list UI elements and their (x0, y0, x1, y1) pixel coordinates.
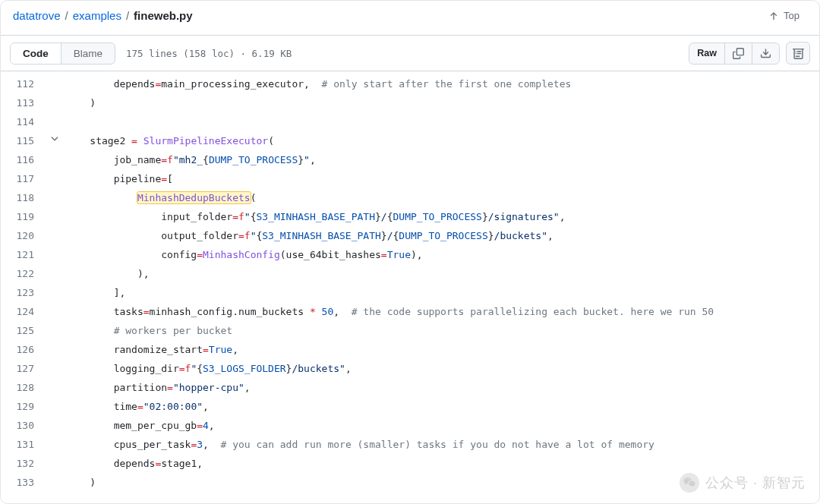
view-tabs: Code Blame (10, 43, 115, 65)
copy-icon (733, 48, 744, 59)
symbols-button[interactable] (786, 42, 810, 65)
code-line[interactable]: 116 job_name=f"mh2_{DUMP_TO_PROCESS}", (1, 150, 819, 169)
code-line[interactable]: 114 (1, 112, 819, 131)
breadcrumb-sep: / (126, 9, 129, 22)
code-line[interactable]: 113 ) (1, 93, 819, 112)
code-line[interactable]: 127 logging_dir=f"{S3_LOGS_FOLDER}/bucke… (1, 359, 819, 378)
code-content: config=MinhashConfig(use_64bit_hashes=Tr… (62, 245, 423, 263)
line-number[interactable]: 124 (1, 302, 48, 320)
arrow-up-icon (768, 11, 779, 21)
code-content: depends=stage1, (62, 454, 203, 471)
code-content: pipeline=[ (62, 169, 173, 187)
code-line[interactable]: 129 time="02:00:00", (1, 397, 819, 416)
code-line[interactable]: 133 ) (1, 473, 819, 492)
code-line[interactable]: 130 mem_per_cpu_gb=4, (1, 416, 819, 435)
breadcrumb-bar: datatrove / examples / fineweb.py Top (1, 1, 819, 35)
gutter-spacer (48, 93, 62, 96)
gutter-spacer (48, 207, 62, 209)
code-line[interactable]: 112 depends=main_processing_executor, # … (1, 74, 819, 93)
line-number[interactable]: 113 (1, 93, 48, 111)
code-content (62, 112, 66, 114)
code-content: mem_per_cpu_gb=4, (62, 416, 215, 433)
gutter-spacer (48, 454, 62, 456)
line-number[interactable]: 128 (1, 378, 48, 395)
code-content: ), (62, 264, 150, 282)
line-number[interactable]: 123 (1, 283, 48, 301)
breadcrumb-mid[interactable]: examples (73, 9, 121, 22)
tab-code[interactable]: Code (11, 43, 62, 64)
gutter-spacer (48, 302, 62, 304)
code-line[interactable]: 122 ), (1, 264, 819, 283)
file-info: 175 lines (158 loc) · 6.19 KB (126, 48, 292, 59)
code-content: partition="hopper-cpu", (62, 378, 251, 395)
code-line[interactable]: 115 stage2 = SlurmPipelineExecutor( (1, 131, 819, 150)
fold-chevron-icon[interactable] (48, 131, 62, 144)
gutter-spacer (48, 473, 62, 475)
breadcrumb-file: fineweb.py (134, 9, 193, 22)
gutter-spacer (48, 188, 62, 191)
line-number[interactable]: 122 (1, 264, 48, 282)
gutter-spacer (48, 150, 62, 153)
line-number[interactable]: 114 (1, 112, 48, 130)
code-line[interactable]: 117 pipeline=[ (1, 169, 819, 188)
code-content: randomize_start=True, (62, 340, 238, 358)
code-line[interactable]: 125 # workers per bucket (1, 321, 819, 340)
code-line[interactable]: 131 cpus_per_task=3, # you can add run m… (1, 435, 819, 454)
line-number[interactable]: 117 (1, 169, 48, 187)
code-line[interactable]: 132 depends=stage1, (1, 454, 819, 473)
code-line[interactable]: 124 tasks=minhash_config.num_buckets * 5… (1, 302, 819, 321)
gutter-spacer (48, 283, 62, 285)
code-line[interactable]: 128 partition="hopper-cpu", (1, 378, 819, 397)
line-number[interactable]: 119 (1, 207, 48, 225)
breadcrumb-root[interactable]: datatrove (13, 9, 61, 22)
code-content: ) (62, 473, 96, 490)
line-number[interactable]: 133 (1, 473, 48, 490)
code-content: stage2 = SlurmPipelineExecutor( (62, 131, 274, 149)
breadcrumb: datatrove / examples / fineweb.py (13, 9, 193, 22)
gutter-spacer (48, 169, 62, 172)
gutter-spacer (48, 245, 62, 247)
code-line[interactable]: 120 output_folder=f"{S3_MINHASH_BASE_PAT… (1, 226, 819, 245)
scroll-top-label: Top (784, 10, 800, 21)
code-line[interactable]: 119 input_folder=f"{S3_MINHASH_BASE_PATH… (1, 207, 819, 226)
gutter-spacer (48, 416, 62, 418)
line-number[interactable]: 116 (1, 150, 48, 168)
raw-button[interactable]: Raw (689, 43, 725, 64)
line-number[interactable]: 129 (1, 397, 48, 414)
code-content: time="02:00:00", (62, 397, 209, 414)
line-number[interactable]: 131 (1, 435, 48, 452)
line-number[interactable]: 125 (1, 321, 48, 339)
code-line[interactable]: 126 randomize_start=True, (1, 340, 819, 359)
line-number[interactable]: 127 (1, 359, 48, 376)
line-number[interactable]: 120 (1, 226, 48, 244)
scroll-top-button[interactable]: Top (761, 7, 807, 24)
raw-group: Raw (689, 43, 780, 65)
line-number[interactable]: 126 (1, 340, 48, 358)
code-line[interactable]: 123 ], (1, 283, 819, 302)
copy-button[interactable] (725, 43, 752, 64)
gutter-spacer (48, 397, 62, 399)
gutter-spacer (48, 321, 62, 323)
code-line[interactable]: 121 config=MinhashConfig(use_64bit_hashe… (1, 245, 819, 264)
code-content: job_name=f"mh2_{DUMP_TO_PROCESS}", (62, 150, 316, 168)
code-line[interactable]: 118 MinhashDedupBuckets( (1, 188, 819, 207)
gutter-spacer (48, 74, 62, 77)
line-number[interactable]: 132 (1, 454, 48, 471)
code-content: tasks=minhash_config.num_buckets * 50, #… (62, 302, 714, 320)
gutter-spacer (48, 435, 62, 437)
symbols-icon (793, 48, 804, 59)
line-number[interactable]: 118 (1, 188, 48, 206)
gutter-spacer (48, 264, 62, 266)
gutter-spacer (48, 340, 62, 342)
code-area[interactable]: 112 depends=main_processing_executor, # … (1, 71, 819, 498)
tab-blame[interactable]: Blame (62, 43, 115, 64)
line-number[interactable]: 115 (1, 131, 48, 149)
code-content: logging_dir=f"{S3_LOGS_FOLDER}/buckets", (62, 359, 352, 376)
code-content: input_folder=f"{S3_MINHASH_BASE_PATH}/{D… (62, 207, 565, 225)
code-content: ) (62, 93, 96, 111)
line-number[interactable]: 121 (1, 245, 48, 263)
code-content: output_folder=f"{S3_MINHASH_BASE_PATH}/{… (62, 226, 554, 244)
line-number[interactable]: 130 (1, 416, 48, 433)
line-number[interactable]: 112 (1, 74, 48, 92)
download-button[interactable] (752, 43, 779, 64)
